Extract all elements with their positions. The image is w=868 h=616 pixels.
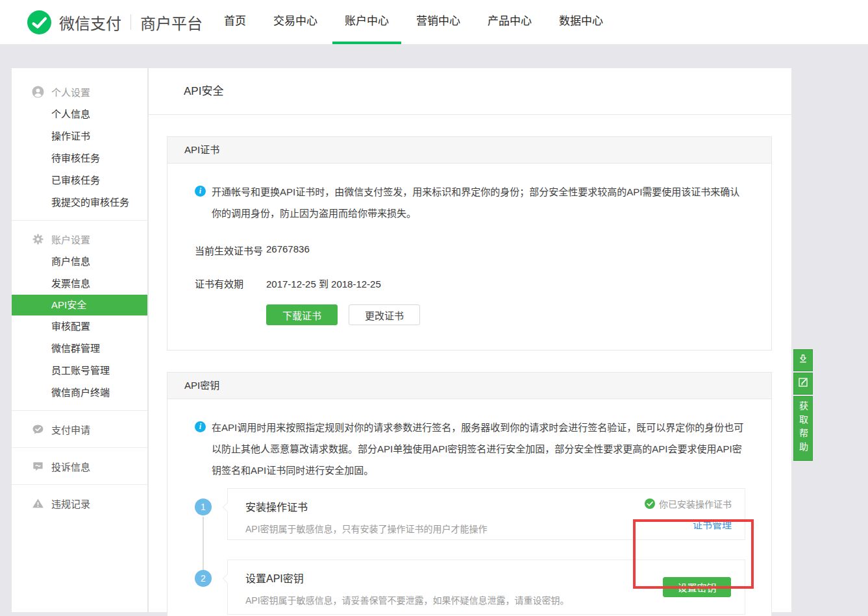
step-2-badge: 2 (195, 570, 212, 587)
step-2-box: 设置API密钥 API密钥属于敏感信息，请妥善保管不要泄露，如果怀疑信息泄露，请… (227, 560, 745, 615)
step-1-badge: 1 (195, 499, 212, 515)
float-edit-button[interactable] (793, 373, 813, 395)
chat-check-icon (32, 423, 44, 436)
key-info-text: 在API调用时用来按照指定规则对你的请求参数进行签名，服务器收到你的请求时会进行… (212, 417, 745, 481)
api-certificate-panel: API证书 i 开通帐号和更换API证书时，由微信支付签发，用来标识和界定你的身… (167, 136, 772, 351)
cert-info-row: i 开通帐号和更换API证书时，由微信支付签发，用来标识和界定你的身份；部分安全… (195, 181, 745, 224)
download-cert-button[interactable]: 下载证书 (266, 304, 338, 325)
main-nav: 首页 交易中心 账户中心 营销中心 产品中心 数据中心 (212, 0, 615, 44)
step-1-box: 安装操作证书 API密钥属于敏感信息，只有安装了操作证书的用户才能操作 (227, 488, 745, 540)
wechat-pay-logo-icon (27, 10, 51, 34)
info-icon: i (195, 186, 206, 197)
key-info-row: i 在API调用时用来按照指定规则对你的请求参数进行签名，服务器收到你的请求时会… (195, 417, 745, 481)
gear-icon (32, 233, 44, 245)
logo-divider (130, 14, 131, 30)
sidebar-divider (12, 410, 147, 411)
page-title: API安全 (149, 68, 791, 115)
sidebar-item-wechat-group-mgmt[interactable]: 微信群管理 (12, 338, 147, 360)
sidebar-item-staff-account-mgmt[interactable]: 员工账号管理 (12, 360, 147, 382)
main-content: API安全 API证书 i 开通帐号和更换API证书时，由微信支付签发，用来标识… (149, 68, 791, 612)
sidebar-item-wechat-merchant-terminal[interactable]: 微信商户终端 (12, 382, 147, 404)
info-icon: i (195, 421, 206, 432)
sidebar-item-review-config[interactable]: 审核配置 (12, 315, 147, 338)
sidebar-item-reviewed[interactable]: 已审核任务 (12, 169, 147, 191)
product-name: 商户平台 (140, 11, 203, 34)
sidebar-item-api-security[interactable]: API安全 (12, 295, 147, 315)
step-install-cert: 1 安装操作证书 API密钥属于敏感信息，只有安装了操作证书的用户才能操作 (195, 488, 745, 540)
sidebar: 个人设置 个人信息 操作证书 待审核任务 已审核任务 我提交的审核任务 (12, 68, 147, 612)
brand-name: 微信支付 (59, 11, 121, 34)
cert-validity-value: 2017-12-25 到 2018-12-25 (266, 277, 381, 290)
sidebar-section-personal-settings[interactable]: 个人设置 (12, 80, 147, 103)
set-key-button[interactable]: 设置密钥 (663, 577, 731, 597)
float-download-button[interactable] (793, 349, 813, 371)
sidebar-divider (12, 484, 147, 485)
step-set-api-key: 2 设置API密钥 API密钥属于敏感信息，请妥善保管不要泄露，如果怀疑信息泄露… (195, 560, 745, 615)
cert-number-row: 当前生效证书号 26767836 (195, 243, 745, 257)
api-key-panel: API密钥 i 在API调用时用来按照指定规则对你的请求参数进行签名，服务器收到… (167, 372, 772, 616)
sidebar-section-label: 投诉信息 (51, 460, 90, 473)
download-icon (797, 353, 809, 367)
sidebar-item-my-submitted-reviews[interactable]: 我提交的审核任务 (12, 191, 147, 214)
nav-item-data-center[interactable]: 数据中心 (547, 0, 615, 44)
sidebar-section-label: 个人设置 (51, 85, 90, 99)
cert-info-text: 开通帐号和更换API证书时，由微信支付签发，用来标识和界定你的身份；部分安全性要… (212, 181, 745, 224)
sidebar-section-label: 账户设置 (51, 232, 90, 246)
floating-toolbar: 获取帮助 (793, 349, 813, 462)
sidebar-section-complaint-info[interactable]: 投诉信息 (12, 454, 147, 478)
top-header: 微信支付 商户平台 首页 交易中心 账户中心 营销中心 产品中心 数据中心 (0, 0, 868, 44)
check-circle-icon (645, 499, 655, 509)
cert-installed-status: 你已安装操作证书 (645, 497, 732, 510)
edit-icon (797, 376, 809, 391)
sidebar-item-operation-cert[interactable]: 操作证书 (12, 125, 147, 147)
step-1-right: 你已安装操作证书 证书管理 (645, 497, 732, 531)
sidebar-divider (12, 220, 147, 221)
chat-icon (32, 460, 44, 473)
api-key-panel-title: API密钥 (167, 373, 771, 399)
cert-installed-text: 你已安装操作证书 (659, 497, 732, 510)
change-cert-button[interactable]: 更改证书 (349, 304, 420, 325)
wechat-pay-logo[interactable]: 微信支付 商户平台 (27, 10, 203, 34)
sidebar-section-label: 违规记录 (51, 497, 90, 510)
nav-item-account-center[interactable]: 账户中心 (332, 0, 401, 44)
nav-item-marketing[interactable]: 营销中心 (404, 0, 473, 44)
sidebar-item-personal-info[interactable]: 个人信息 (12, 103, 147, 125)
sidebar-item-pending-review[interactable]: 待审核任务 (12, 147, 147, 169)
cert-number-value: 26767836 (266, 243, 310, 257)
api-key-steps: 1 安装操作证书 API密钥属于敏感信息，只有安装了操作证书的用户才能操作 (195, 488, 745, 615)
sidebar-divider (12, 447, 147, 448)
nav-item-products[interactable]: 产品中心 (475, 0, 544, 44)
warning-icon (32, 497, 44, 510)
cert-validity-row: 证书有效期 2017-12-25 到 2018-12-25 (195, 277, 745, 290)
sidebar-section-label: 支付申请 (51, 423, 90, 436)
sidebar-item-merchant-info[interactable]: 商户信息 (12, 251, 147, 273)
sidebar-section-account-settings[interactable]: 账户设置 (12, 227, 147, 251)
sidebar-item-invoice-info[interactable]: 发票信息 (12, 273, 147, 295)
api-key-panel-body: i 在API调用时用来按照指定规则对你的请求参数进行签名，服务器收到你的请求时会… (167, 399, 771, 616)
api-certificate-panel-title: API证书 (167, 137, 771, 164)
person-icon (32, 86, 44, 98)
wechat-pay-merchant-platform: 微信支付 商户平台 首页 交易中心 账户中心 营销中心 产品中心 数据中心 个人… (0, 0, 868, 616)
sidebar-section-payment-application[interactable]: 支付申请 (12, 417, 147, 441)
cert-number-label: 当前生效证书号 (195, 243, 266, 257)
float-get-help-button[interactable]: 获取帮助 (793, 396, 813, 461)
sidebar-section-violation-records[interactable]: 违规记录 (12, 491, 147, 515)
cert-buttons-row: 下载证书 更改证书 (266, 304, 745, 325)
cert-validity-label: 证书有效期 (195, 277, 266, 290)
nav-item-home[interactable]: 首页 (212, 0, 258, 44)
nav-item-transactions[interactable]: 交易中心 (261, 0, 330, 44)
api-certificate-panel-body: i 开通帐号和更换API证书时，由微信支付签发，用来标识和界定你的身份；部分安全… (167, 164, 771, 350)
get-help-label: 获取帮助 (793, 401, 813, 456)
cert-management-link[interactable]: 证书管理 (693, 517, 732, 531)
